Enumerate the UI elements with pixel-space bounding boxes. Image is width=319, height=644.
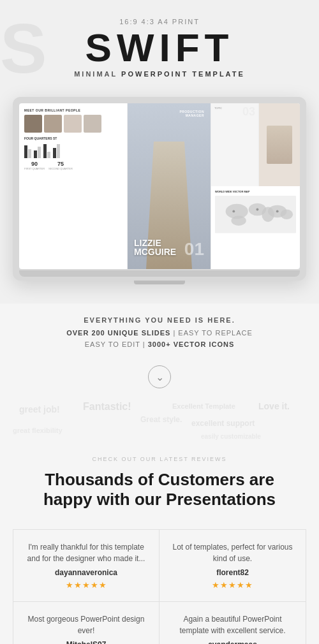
bar-group-2 — [34, 147, 41, 158]
slide-right-bottom: WORLD WIDE VECTOR MAP — [211, 186, 300, 269]
testimonials-section: I'm really thankful for this template an… — [0, 523, 319, 644]
testimonial-author-2: florent82 — [170, 568, 295, 577]
review-word-8: easily customizable — [201, 433, 261, 440]
unique-slides-label: OVER 200 UNIQUE SLIDES — [66, 329, 170, 337]
review-word-7: excellent support — [191, 419, 255, 428]
mini-num-03: 03 — [242, 105, 255, 119]
bar-3a — [43, 144, 47, 158]
scroll-down-button[interactable]: ⌄ — [148, 365, 171, 388]
slide-right: TOPIC 03 WORLD WIDE VECTOR MAP — [211, 103, 300, 269]
testimonial-author-4: avandermaas — [170, 640, 295, 644]
testimonial-4: Again a beautiful PowerPoint template wi… — [160, 602, 306, 644]
check-out-label: CHECK OUT OUR LATEST REVIEWS — [13, 456, 306, 462]
testimonial-2: Lot of templates, perfect for various ki… — [160, 530, 306, 602]
stars-1: ★★★★★ — [24, 580, 149, 590]
bar-group-3 — [43, 144, 50, 158]
features-section: EVERYTHING YOU NEED IS HERE. OVER 200 UN… — [0, 304, 319, 356]
review-word-2: Fantastic! — [83, 401, 131, 413]
laptop-mockup: MEET OUR BRILLIANT PEOPLE FOUR QUARTERS … — [13, 97, 306, 284]
meet-people-label: MEET OUR BRILLIANT PEOPLE — [24, 108, 122, 112]
easy-edit-label: EASY TO EDIT | — [85, 340, 148, 348]
stars-2: ★★★★★ — [170, 580, 295, 590]
main-heading-section: Thousands of Customers are happy with ou… — [0, 470, 319, 522]
stat-num-2: 75 — [48, 161, 73, 167]
testimonial-1: I'm really thankful for this template an… — [13, 530, 160, 602]
review-word-1: greet job! — [19, 404, 60, 414]
testimonial-text-4: Again a beautiful PowerPoint template wi… — [170, 613, 295, 636]
svg-point-8 — [256, 209, 258, 211]
face-figure — [267, 126, 292, 164]
people-row — [24, 115, 122, 133]
slide-preview: MEET OUR BRILLIANT PEOPLE FOUR QUARTERS … — [19, 103, 300, 269]
avatar-3 — [64, 115, 82, 133]
bar-1a — [24, 145, 27, 158]
mini-slide-numbered: TOPIC 03 — [211, 103, 259, 186]
main-heading: Thousands of Customers are happy with ou… — [19, 470, 300, 509]
subtitle-plain: MINIMAL — [74, 70, 121, 78]
review-word-3: Great style. — [140, 415, 182, 424]
features-sub: OVER 200 UNIQUE SLIDES | EASY TO REPLACE… — [13, 328, 306, 350]
bar-4a — [53, 148, 56, 158]
laptop-stand — [134, 281, 185, 284]
stat-2: 75 SECOND QUARTER — [48, 161, 73, 170]
header-section: 16:9 4:3 A4 PRINT S T SWIFT MINIMAL POWE… — [0, 0, 319, 91]
avatar-1 — [24, 115, 42, 133]
review-words-container: greet job! Fantastic! Great style. Excel… — [13, 401, 306, 452]
laptop-base — [19, 270, 300, 277]
testimonial-text-1: I'm really thankful for this template an… — [24, 541, 149, 564]
stats-row: 90 FIRST QUARTER 75 SECOND QUARTER — [24, 161, 122, 170]
laptop-outer: MEET OUR BRILLIANT PEOPLE FOUR QUARTERS … — [13, 97, 306, 281]
laptop-screen: MEET OUR BRILLIANT PEOPLE FOUR QUARTERS … — [19, 103, 300, 269]
slide-left: MEET OUR BRILLIANT PEOPLE FOUR QUARTERS … — [19, 103, 128, 269]
avatar-2 — [44, 115, 62, 133]
testimonial-3: Most gorgeous PowerPoint design ever! Mi… — [13, 602, 160, 644]
swift-title: SWIFT — [85, 28, 234, 68]
review-words-section: greet job! Fantastic! Great style. Excel… — [0, 395, 319, 462]
svg-point-6 — [281, 209, 293, 219]
quarters-bars — [24, 142, 122, 158]
svg-point-9 — [276, 210, 279, 212]
world-map-title: WORLD WIDE VECTOR MAP — [215, 190, 296, 193]
bar-2a — [34, 150, 37, 158]
testimonial-author-3: MitchelS97 — [24, 640, 149, 644]
stat-1: 90 FIRST QUARTER — [24, 161, 45, 170]
testimonial-text-3: Most gorgeous PowerPoint design ever! — [24, 613, 149, 636]
stat-label-2: SECOND QUARTER — [48, 167, 73, 170]
slide-number: 01 — [184, 239, 204, 260]
stat-num-1: 90 — [24, 161, 45, 167]
bar-3b — [47, 152, 50, 158]
features-main-label: EVERYTHING YOU NEED IS HERE. — [13, 316, 306, 324]
production-manager-label: PRODUCTIONMANAGER — [179, 110, 204, 117]
bar-2b — [38, 147, 41, 158]
bar-4b — [57, 144, 60, 158]
bar-1b — [28, 149, 31, 158]
subtitle-bold: POWERPOINT TEMPLATE — [121, 70, 245, 78]
mini-label: TOPIC — [214, 106, 222, 110]
testimonials-grid: I'm really thankful for this template an… — [13, 529, 306, 644]
stat-label-1: FIRST QUARTER — [24, 167, 45, 170]
easy-replace-label: | EASY TO REPLACE — [170, 329, 252, 337]
slide-name: LIZZIEMCGUIRE — [134, 238, 176, 256]
slide-center: PRODUCTIONMANAGER LIZZIEMCGUIRE 01 — [128, 103, 211, 269]
testimonial-author-1: dayannaveronica — [24, 568, 149, 577]
review-word-5: Love it. — [258, 401, 290, 411]
review-word-6: great flexibility — [13, 427, 63, 434]
svg-point-2 — [231, 216, 246, 226]
avatar-4 — [84, 115, 101, 133]
world-map-svg — [215, 196, 296, 233]
subtitle: MINIMAL POWERPOINT TEMPLATE — [13, 70, 306, 78]
laptop-section: MEET OUR BRILLIANT PEOPLE FOUR QUARTERS … — [0, 91, 319, 304]
bar-group-1 — [24, 145, 31, 158]
chevron-down-icon: ⌄ — [156, 371, 164, 383]
svg-point-7 — [232, 210, 235, 212]
review-word-4: Excellent Template — [172, 402, 235, 410]
quarters-title: FOUR QUARTERS ST — [24, 136, 122, 140]
mini-slide-face — [259, 103, 300, 186]
vector-icons-label: 3000+ VECTOR ICONS — [148, 340, 234, 348]
testimonial-text-2: Lot of templates, perfect for various ki… — [170, 541, 295, 564]
scroll-arrow-section: ⌄ — [0, 356, 319, 395]
bar-group-4 — [53, 144, 60, 158]
format-labels: 16:9 4:3 A4 PRINT — [13, 18, 306, 26]
slide-right-top: TOPIC 03 — [211, 103, 300, 186]
lizzie-name: LIZZIEMCGUIRE — [134, 238, 176, 256]
